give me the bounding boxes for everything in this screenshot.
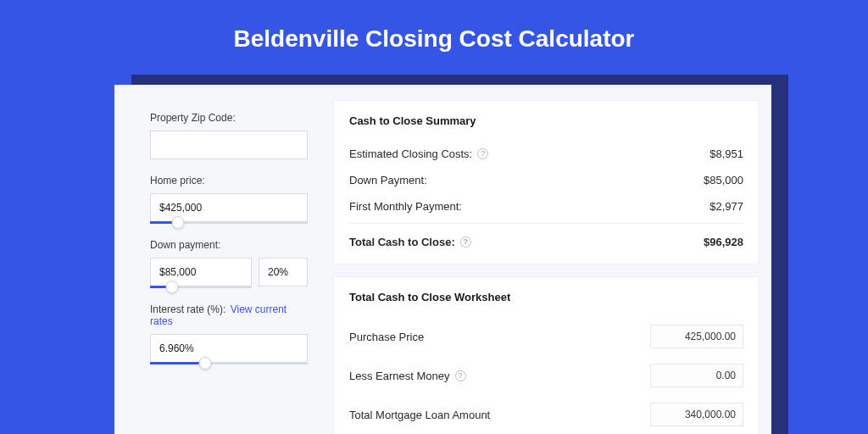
help-icon[interactable]: ? <box>455 370 466 381</box>
worksheet-row-label: Less Earnest Money <box>349 370 450 382</box>
inputs-panel: Property Zip Code: Home price: Down paym… <box>114 85 326 434</box>
summary-panel: Cash to Close Summary Estimated Closing … <box>333 100 760 264</box>
summary-row-value: $85,000 <box>704 174 743 186</box>
summary-row-value: $8,951 <box>709 147 743 160</box>
calculator-card: Property Zip Code: Home price: Down paym… <box>114 85 771 434</box>
down-payment-pct-input[interactable] <box>259 258 308 287</box>
summary-row-label: First Monthly Payment: <box>349 200 462 213</box>
summary-title: Cash to Close Summary <box>349 114 743 127</box>
interest-rate-slider-fill <box>150 362 205 364</box>
summary-row: Down Payment: $85,000 <box>349 167 743 193</box>
summary-total-label: Total Cash to Close: <box>349 236 455 248</box>
zip-label: Property Zip Code: <box>150 112 308 124</box>
worksheet-row: Purchase Price <box>349 317 743 356</box>
home-price-field: Home price: <box>150 175 308 224</box>
earnest-money-input[interactable] <box>650 364 743 387</box>
summary-row: First Monthly Payment: $2,977 <box>349 193 743 220</box>
interest-rate-field: Interest rate (%): View current rates <box>150 303 308 364</box>
summary-total-value: $96,928 <box>704 236 743 248</box>
interest-rate-slider[interactable] <box>150 362 308 364</box>
interest-rate-label: Interest rate (%): <box>150 303 225 315</box>
interest-rate-slider-thumb[interactable] <box>199 357 212 370</box>
purchase-price-input[interactable] <box>650 325 743 348</box>
summary-row-label: Down Payment: <box>349 174 427 186</box>
zip-input[interactable] <box>150 131 308 159</box>
worksheet-title: Total Cash to Close Worksheet <box>349 291 743 303</box>
interest-rate-input[interactable] <box>150 334 308 363</box>
down-payment-label: Down payment: <box>150 239 308 251</box>
worksheet-row: Less Earnest Money ? <box>349 356 743 395</box>
worksheet-panel: Total Cash to Close Worksheet Purchase P… <box>333 276 760 434</box>
home-price-label: Home price: <box>150 175 308 186</box>
down-payment-slider[interactable] <box>150 286 252 288</box>
mortgage-loan-input[interactable] <box>650 403 743 426</box>
zip-field: Property Zip Code: <box>150 112 308 159</box>
help-icon[interactable]: ? <box>460 236 471 248</box>
results-panel: Cash to Close Summary Estimated Closing … <box>326 85 771 434</box>
down-payment-field: Down payment: <box>150 239 308 288</box>
worksheet-row: Total Mortgage Loan Amount <box>349 395 743 434</box>
home-price-slider-thumb[interactable] <box>172 216 185 229</box>
worksheet-row-label: Purchase Price <box>349 331 424 343</box>
page-title: Beldenville Closing Cost Calculator <box>0 25 868 53</box>
summary-row: Estimated Closing Costs: ? $8,951 <box>349 141 743 167</box>
summary-total-row: Total Cash to Close: ? $96,928 <box>349 223 743 255</box>
worksheet-row-label: Total Mortgage Loan Amount <box>349 409 490 421</box>
down-payment-slider-thumb[interactable] <box>166 281 179 293</box>
summary-row-value: $2,977 <box>709 200 743 213</box>
down-payment-input[interactable] <box>150 258 252 287</box>
help-icon[interactable]: ? <box>477 148 488 159</box>
home-price-slider[interactable] <box>150 221 308 224</box>
summary-row-label: Estimated Closing Costs: <box>349 147 472 160</box>
